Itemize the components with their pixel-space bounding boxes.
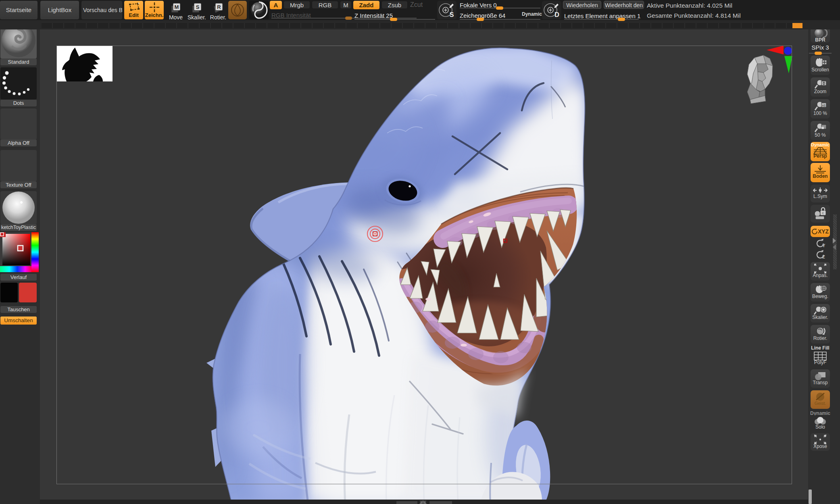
svg-text:D: D [554, 11, 559, 18]
svg-text:M: M [175, 4, 179, 10]
svg-text:R: R [217, 4, 221, 10]
svg-text:Y: Y [822, 243, 825, 248]
svg-text:S: S [450, 11, 454, 18]
svg-text:Z: Z [822, 254, 825, 259]
svg-text:C: C [822, 211, 824, 215]
svg-text:S: S [196, 4, 200, 10]
svg-text:x1: x1 [822, 104, 826, 107]
